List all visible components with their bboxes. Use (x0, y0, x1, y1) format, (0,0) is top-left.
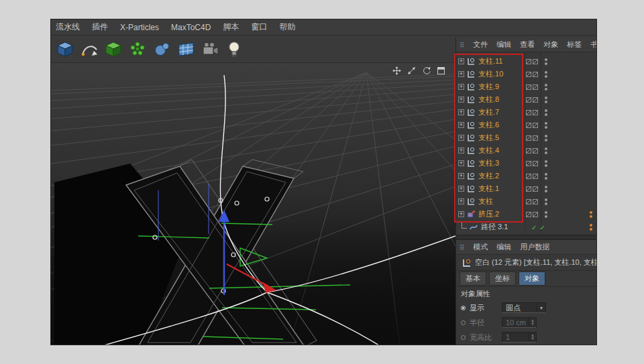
visibility-dots-icon[interactable] (545, 147, 547, 154)
camera-tool-button[interactable] (199, 38, 221, 60)
rotate-icon[interactable] (421, 66, 431, 76)
object-row[interactable]: 挤压.2 (456, 208, 597, 221)
object-row[interactable]: 支柱.3 (456, 157, 597, 170)
layer-square-icon[interactable] (533, 110, 538, 115)
panel-splitter[interactable] (456, 235, 597, 240)
layer-square-icon[interactable] (526, 174, 531, 179)
layer-square-icon[interactable] (533, 72, 538, 77)
light-tool-button[interactable] (223, 38, 246, 60)
om-menu-objects[interactable]: 对象 (543, 40, 558, 50)
object-name[interactable]: 支柱.3 (478, 158, 499, 168)
object-row[interactable]: 支柱 (456, 195, 597, 208)
object-name[interactable]: 支柱.8 (478, 95, 499, 105)
metaball-tool-button[interactable] (150, 38, 173, 60)
visibility-dots-icon[interactable] (545, 160, 547, 167)
menu-plugins[interactable]: 插件 (92, 21, 108, 33)
visibility-dots-icon[interactable] (545, 84, 547, 90)
expand-icon[interactable] (458, 71, 464, 77)
om-menu-view[interactable]: 查看 (520, 40, 535, 50)
menu-window[interactable]: 窗口 (251, 21, 267, 33)
visibility-dots-icon[interactable] (545, 135, 547, 141)
object-row[interactable]: 支柱.2 (456, 170, 597, 182)
layer-square-icon[interactable] (526, 212, 531, 217)
visibility-dots-icon[interactable] (545, 186, 547, 192)
layer-square-icon[interactable] (526, 148, 531, 154)
enabled-dots-icon[interactable] (590, 224, 592, 231)
layer-square-icon[interactable] (533, 59, 538, 64)
generator-tool-button[interactable] (102, 38, 125, 60)
layer-square-icon[interactable] (526, 59, 531, 64)
expand-icon[interactable] (458, 211, 464, 217)
menu-xparticles[interactable]: X-Particles (120, 23, 159, 32)
aspect-ratio-field[interactable]: 1 (502, 332, 537, 343)
maximize-icon[interactable] (436, 66, 446, 76)
layer-square-icon[interactable] (533, 199, 538, 204)
spline-pen-tool-button[interactable] (78, 38, 101, 60)
viewport-canvas[interactable] (51, 62, 455, 345)
object-name[interactable]: 支柱.2 (478, 171, 499, 181)
caret-down-icon[interactable] (537, 303, 545, 312)
layer-square-icon[interactable] (526, 199, 531, 204)
am-menu-userdata[interactable]: 用户数据 (520, 242, 549, 252)
object-name[interactable]: 挤压.2 (478, 209, 499, 219)
tab-basic[interactable]: 基本 (460, 271, 486, 286)
visibility-dots-icon[interactable] (545, 173, 547, 180)
menu-pipeline[interactable]: 流水线 (56, 21, 80, 33)
expand-icon[interactable] (458, 173, 464, 179)
layer-square-icon[interactable] (526, 186, 531, 192)
tab-object[interactable]: 对象 (519, 271, 545, 286)
layer-square-icon[interactable] (526, 84, 531, 90)
stepper-arrows-icon[interactable] (529, 332, 536, 342)
layer-square-icon[interactable] (533, 148, 538, 154)
object-name[interactable]: 支柱.11 (478, 56, 502, 66)
am-menu-edit[interactable]: 编辑 (496, 242, 511, 252)
menu-maxtoc4d[interactable]: MaxToC4D (171, 23, 211, 32)
cube-tool-button[interactable] (54, 38, 76, 60)
object-row[interactable]: 支柱.4 (456, 144, 597, 157)
object-row[interactable]: 支柱.7 (456, 106, 597, 119)
object-row[interactable]: 支柱.10 (456, 68, 597, 80)
object-name[interactable]: 支柱.5 (478, 133, 499, 143)
object-name[interactable]: 支柱.9 (478, 82, 499, 92)
layer-square-icon[interactable] (533, 123, 538, 128)
layer-square-icon[interactable] (533, 186, 538, 192)
expand-icon[interactable] (458, 84, 464, 90)
layer-square-icon[interactable] (533, 174, 538, 179)
keyframe-dot-icon[interactable] (461, 306, 466, 310)
tab-coordinates[interactable]: 坐标 (489, 271, 516, 286)
expand-icon[interactable] (458, 147, 464, 154)
keyframe-dot-icon[interactable] (461, 320, 466, 325)
layer-square-icon[interactable] (533, 97, 538, 103)
layer-square-icon[interactable] (526, 161, 531, 166)
om-menu-file[interactable]: 文件 (473, 40, 488, 50)
object-name[interactable]: 支柱.4 (478, 145, 499, 156)
radius-field[interactable]: 10 cm (502, 317, 537, 328)
object-row[interactable]: 支柱.5 (456, 131, 597, 144)
layer-square-icon[interactable] (526, 123, 531, 128)
object-row[interactable]: 路径 3.1 (456, 221, 597, 233)
visibility-dots-icon[interactable] (545, 211, 547, 218)
layer-square-icon[interactable] (533, 135, 538, 141)
expand-icon[interactable] (458, 198, 464, 204)
stepper-arrows-icon[interactable] (529, 318, 536, 327)
expand-icon[interactable] (458, 109, 464, 115)
layer-square-icon[interactable] (533, 212, 538, 217)
visibility-dots-icon[interactable] (545, 71, 547, 78)
object-row[interactable]: 支柱.6 (456, 119, 597, 131)
panel-grip-icon[interactable] (460, 41, 464, 49)
expand-icon[interactable] (458, 122, 464, 128)
layer-square-icon[interactable] (526, 72, 531, 77)
object-row[interactable]: 支柱.8 (456, 93, 597, 106)
object-name[interactable]: 支柱.1 (478, 184, 499, 194)
am-menu-mode[interactable]: 模式 (473, 242, 488, 252)
visibility-dots-icon[interactable] (545, 58, 547, 65)
layer-square-icon[interactable] (526, 110, 531, 115)
green-check-icons[interactable] (531, 223, 545, 231)
menu-script[interactable]: 脚本 (223, 21, 239, 33)
pan-icon[interactable] (392, 66, 402, 76)
expand-icon[interactable] (458, 58, 464, 64)
object-row[interactable]: 支柱.9 (456, 80, 597, 93)
object-name[interactable]: 支柱.10 (478, 69, 503, 79)
layer-square-icon[interactable] (526, 97, 531, 103)
expand-icon[interactable] (458, 186, 464, 192)
